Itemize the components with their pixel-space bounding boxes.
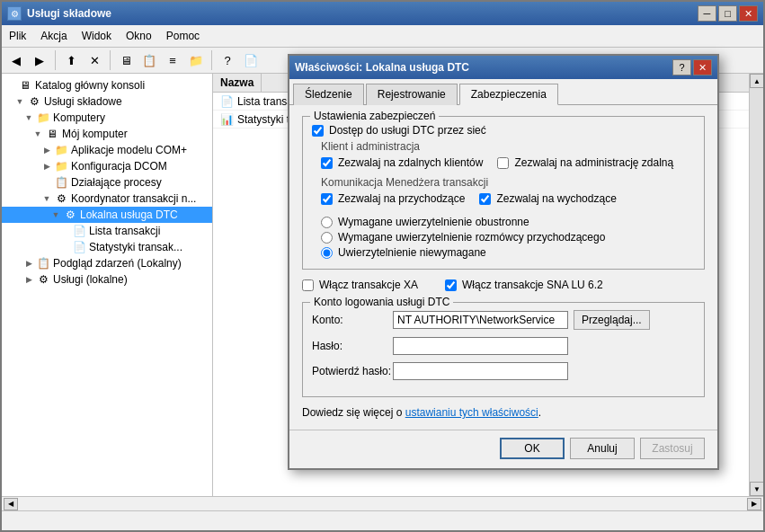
tab-zabezpieczenia[interactable]: Zabezpieczenia [459,84,558,105]
learn-more-link[interactable]: ustawianiu tych właściwości [405,406,538,419]
auth-incoming-label[interactable]: Wymagane uwierzytelnienie rozmówcy przyc… [338,231,605,244]
ok-button[interactable]: OK [500,438,565,459]
dialog-title-buttons: ? ✕ [672,59,712,75]
learn-more-prefix: Dowiedz się więcej o [302,406,405,419]
confirm-group: Potwierdź hasło: [312,362,695,380]
dialog-close-button[interactable]: ✕ [693,59,712,75]
network-access-label[interactable]: Dostęp do usługi DTC przez sieć [329,124,486,137]
auth-incoming-radio[interactable] [321,232,333,244]
dtc-legend: Konto logowania usługi DTC [310,296,453,308]
password-group: Hasło: [312,337,695,355]
learn-more-suffix: . [538,406,541,419]
auth-mutual-radio[interactable] [321,217,333,228]
apply-button[interactable]: Zastosuj [640,438,705,459]
txn-mgr-checks: Zezwalaj na przychodzące Zezwalaj na wyc… [321,192,695,208]
dialog-footer: OK Anuluj Zastosuj [289,430,717,468]
remote-admin-label[interactable]: Zezwalaj na administrację zdalną [514,156,673,169]
sna-label[interactable]: Włącz transakcje SNA LU 6.2 [462,279,603,291]
tab-bar: Śledzenie Rejestrowanie Zabezpieczenia [289,79,717,105]
cancel-button[interactable]: Anuluj [570,438,635,459]
account-label: Konto: [312,314,393,326]
network-access-row: Dostęp do usługi DTC przez sieć [312,124,695,137]
txn-mgr-subsection: Komunikacja Menedżera transakcji Zezwala… [321,176,695,208]
incoming-row: Zezwalaj na przychodzące [321,192,465,205]
incoming-label[interactable]: Zezwalaj na przychodzące [338,192,465,205]
confirm-input[interactable] [393,362,568,380]
client-admin-checks: Zezwalaj na zdalnych klientów Zezwalaj n… [321,156,695,173]
account-input[interactable] [393,311,568,329]
remote-admin-row: Zezwalaj na administrację zdalną [497,156,673,169]
dialog-title-bar: Właściwości: Lokalna usługa DTC ? ✕ [289,56,717,79]
auth-none-row: Uwierzytelnienie niewymagane [321,246,695,259]
client-admin-subsection: Klient i administracja Zezwalaj na zdaln… [321,140,695,173]
dialog-help-button[interactable]: ? [672,59,691,75]
learn-more-row: Dowiedz się więcej o ustawianiu tych wła… [302,406,705,419]
outgoing-checkbox[interactable] [479,193,491,205]
remote-clients-row: Zezwalaj na zdalnych klientów [321,156,483,169]
client-admin-title: Klient i administracja [321,140,695,153]
auth-none-radio[interactable] [321,247,333,259]
outgoing-label[interactable]: Zezwalaj na wychodzące [496,192,616,205]
password-label: Hasło: [312,340,393,352]
network-access-checkbox[interactable] [312,125,324,137]
tab-rejestrowanie[interactable]: Rejestrowanie [366,84,458,105]
outgoing-row: Zezwalaj na wychodzące [479,192,616,205]
security-legend: Ustawienia zabezpieczeń [310,110,439,122]
xa-label[interactable]: Włącz transakcje XA [319,279,418,291]
xa-row: Włącz transakcje XA [302,279,418,291]
xa-sna-checks: Włącz transakcje XA Włącz transakcje SNA… [302,279,705,295]
account-group: Konto: Przeglądaj... [312,310,695,330]
dialog-title: Właściwości: Lokalna usługa DTC [295,61,469,74]
properties-dialog: Właściwości: Lokalna usługa DTC ? ✕ Śled… [288,54,719,470]
browse-button[interactable]: Przeglądaj... [574,310,650,330]
auth-radio-group: Wymagane uwierzytelnienie obustronne Wym… [321,216,695,259]
auth-incoming-row: Wymagane uwierzytelnienie rozmówcy przyc… [321,231,695,244]
auth-none-label[interactable]: Uwierzytelnienie niewymagane [338,246,486,259]
sna-row: Włącz transakcje SNA LU 6.2 [445,279,603,291]
tab-sledzenie[interactable]: Śledzenie [293,84,364,105]
password-input[interactable] [393,337,568,355]
remote-admin-checkbox[interactable] [497,157,509,169]
remote-clients-checkbox[interactable] [321,157,333,169]
auth-mutual-row: Wymagane uwierzytelnienie obustronne [321,216,695,228]
confirm-label: Potwierdź hasło: [312,365,393,377]
dialog-overlay: Właściwości: Lokalna usługa DTC ? ✕ Śled… [0,0,765,532]
auth-mutual-label[interactable]: Wymagane uwierzytelnienie obustronne [338,216,529,228]
sna-checkbox[interactable] [445,279,457,291]
dtc-login-section: Konto logowania usługi DTC Konto: Przegl… [302,302,705,397]
xa-checkbox[interactable] [302,279,314,291]
security-section: Ustawienia zabezpieczeń Dostęp do usługi… [302,116,705,270]
incoming-checkbox[interactable] [321,193,333,205]
txn-mgr-title: Komunikacja Menedżera transakcji [321,176,695,189]
dialog-body: Ustawienia zabezpieczeń Dostęp do usługi… [289,105,717,430]
remote-clients-label[interactable]: Zezwalaj na zdalnych klientów [338,156,483,169]
